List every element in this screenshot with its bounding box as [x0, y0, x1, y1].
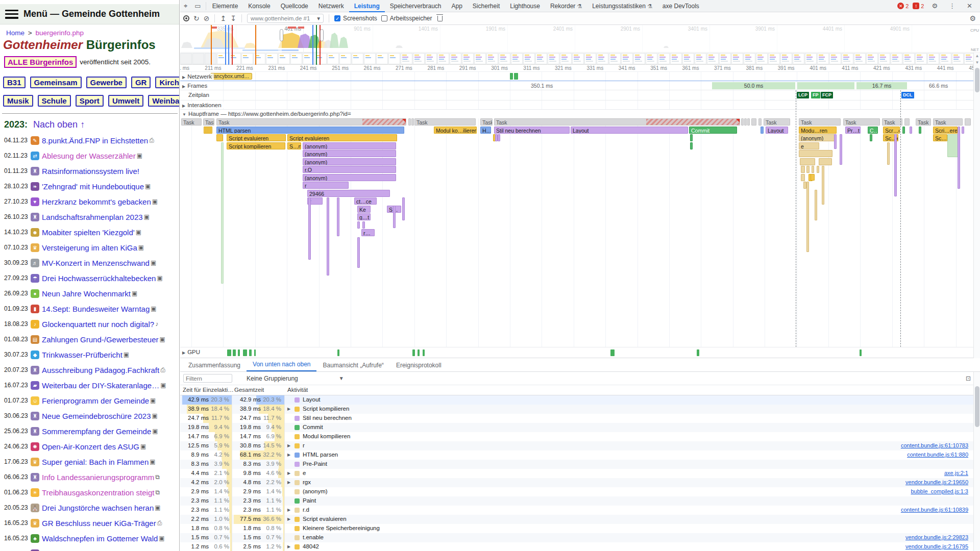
inspect-icon[interactable]: ⌖ — [180, 2, 191, 10]
tab-leistung[interactable]: Leistung — [349, 0, 385, 12]
screenshot-thumbnail[interactable] — [768, 53, 780, 64]
tab-elemente[interactable]: Elemente — [207, 0, 243, 12]
frame-duration[interactable]: 50.0 ms — [712, 82, 795, 89]
news-link[interactable]: Info Landessanierungsprogramm — [42, 473, 154, 482]
screenshot-thumbnail[interactable] — [744, 53, 755, 64]
flame-bar[interactable]: Script evaluieren — [287, 134, 397, 141]
flame-bar[interactable]: Task — [843, 118, 880, 126]
screenshot-thumbnail[interactable] — [952, 53, 964, 64]
screenshot-thumbnail[interactable] — [903, 53, 915, 64]
table-row[interactable]: 38.9 ms18.4 %38.9 ms18.4 %▶Script kompil… — [180, 405, 973, 414]
screenshot-thumbnail[interactable] — [621, 53, 633, 64]
tag-button-gr[interactable]: GR — [131, 77, 151, 88]
flame-bar[interactable]: r… — [361, 229, 375, 236]
tag-button-sport[interactable]: Sport — [76, 95, 104, 107]
flame-bar[interactable]: 29466 — [307, 190, 390, 197]
breadcrumb-home-link[interactable]: Home — [6, 29, 24, 37]
tab-leistungsstatistiken[interactable]: Leistungsstatistiken⚗ — [587, 0, 657, 12]
gpu-track[interactable]: ▶GPU — [180, 347, 980, 358]
screenshot-thumbnail[interactable] — [584, 53, 596, 64]
flame-bar[interactable]: Task — [916, 118, 931, 126]
tab-sicherheit[interactable]: Sicherheit — [468, 0, 505, 12]
tab-rekorder[interactable]: Rekorder⚗ — [545, 0, 587, 12]
screenshot-thumbnail[interactable] — [878, 53, 890, 64]
network-track[interactable]: ▶Netzwerk fancybox.umd… — [180, 72, 973, 81]
flame-bar[interactable]: (anonym) — [303, 150, 396, 157]
news-link[interactable]: Treibhausgaskonzentration steigt — [42, 488, 154, 497]
news-link[interactable]: Ratsinformationssystem live! — [42, 167, 139, 176]
flame-bar[interactable]: ct…ce — [354, 197, 377, 205]
news-link[interactable]: Glockenquartett nur noch digital? — [42, 320, 154, 329]
screenshot-thumbnail[interactable] — [474, 53, 486, 64]
screenshot-thumbnail[interactable] — [290, 53, 302, 64]
news-link[interactable]: Drei Jungstörche wachsen heran — [42, 504, 154, 512]
news-link[interactable]: Super genial: Bach in Flammen — [42, 458, 149, 466]
flame-bar-small[interactable] — [357, 221, 360, 229]
tab-speicherverbrauch[interactable]: Speicherverbrauch — [385, 0, 447, 12]
flame-bar[interactable]: g…t — [357, 213, 371, 220]
main-frame-header[interactable]: ▼Hauptframe — https://www.gottenheim.de/… — [180, 110, 973, 118]
table-row[interactable]: 8.9 ms4.2 %68.1 ms32.2 %▶HTML parsencont… — [180, 450, 973, 460]
flame-bar[interactable]: (anonym) — [303, 158, 396, 165]
expander-icon[interactable]: ▶ — [287, 544, 290, 549]
tab-axe-devtools[interactable]: axe DevTools — [657, 0, 704, 12]
news-link[interactable]: MV-Konzert in Menzenschwand — [42, 259, 150, 267]
memory-checkbox[interactable]: Arbeitsspeicher — [381, 15, 432, 22]
screenshot-thumbnail[interactable] — [180, 53, 192, 64]
flame-bar-small[interactable] — [902, 127, 905, 134]
flame-bar[interactable]: Ke — [357, 206, 371, 213]
news-link[interactable]: Landschaftsrahmenplan 2023 — [42, 213, 143, 221]
clear-icon[interactable]: ⊘ — [204, 14, 210, 22]
news-link[interactable]: GR Beschluss neuer KiGa-Träger — [42, 519, 156, 528]
flame-bar[interactable]: r.O — [303, 166, 396, 173]
flame-bar[interactable]: Task — [799, 118, 841, 126]
screenshot-thumbnail[interactable] — [523, 53, 535, 64]
news-link[interactable]: Versteigerung im alten KiGa — [42, 243, 137, 252]
screenshot-thumbnail[interactable] — [940, 53, 951, 64]
screenshot-thumbnail[interactable] — [670, 53, 682, 64]
screenshot-thumbnail[interactable] — [192, 53, 204, 64]
table-row[interactable]: 19.8 ms9.4 %19.8 ms9.4 %Commit — [180, 423, 973, 432]
flame-bar-small[interactable] — [758, 118, 762, 126]
tag-button-musik[interactable]: Musik — [3, 95, 33, 107]
save-profile-icon[interactable]: ↧ — [230, 14, 236, 22]
flame-bar-small[interactable] — [741, 118, 744, 126]
screenshot-thumbnail[interactable] — [486, 53, 498, 64]
filmstrip[interactable] — [180, 53, 980, 65]
screenshot-thumbnail[interactable] — [437, 53, 449, 64]
table-row[interactable]: 2.3 ms1.1 %2.3 ms1.1 %▶r.dcontent.bundle… — [180, 506, 973, 515]
news-link[interactable]: Ablesung der Wasserzähler — [42, 152, 136, 160]
flame-scrollbar[interactable]: ▲ ▼ — [973, 53, 980, 358]
network-request[interactable]: fancybox.umd… — [210, 73, 252, 80]
issues-badge[interactable]: !2 — [913, 3, 924, 9]
screenshot-thumbnail[interactable] — [401, 53, 412, 64]
source-link[interactable]: vendor.bundle.js:2:19650 — [905, 479, 968, 485]
flame-bar[interactable]: Task — [882, 118, 902, 126]
flame-bar-small[interactable] — [799, 150, 832, 157]
flame-bar[interactable]: Layout — [766, 127, 788, 134]
screenshot-thumbnail[interactable] — [756, 53, 768, 64]
tag-button-schule[interactable]: Schule — [38, 95, 71, 107]
news-link[interactable]: Ferienprogramm der Gemeinde — [42, 396, 149, 405]
tag-button-gewerbe[interactable]: Gewerbe — [86, 77, 127, 88]
screenshot-thumbnail[interactable] — [927, 53, 939, 64]
flame-bar[interactable]: (anonym) — [799, 134, 836, 141]
news-link[interactable]: Weiterbau der DIY-Skateranlage… — [42, 381, 159, 390]
record-button[interactable] — [183, 15, 189, 21]
flame-bar[interactable]: H… — [480, 127, 491, 134]
tab-netzwerk[interactable]: Netzwerk — [313, 0, 349, 12]
flame-bar-small[interactable] — [411, 118, 414, 126]
screenshot-thumbnail[interactable] — [891, 53, 902, 64]
table-row[interactable]: 8.3 ms3.9 %8.3 ms3.9 %Pre-Paint — [180, 460, 973, 469]
bottom-tab-zusammenfassung[interactable]: Zusammenfassung — [182, 359, 247, 371]
flame-bar[interactable]: Task — [216, 118, 406, 126]
flame-bar-small[interactable] — [919, 127, 921, 134]
scroll-up-icon[interactable]: ▲ — [974, 53, 980, 59]
reload-record-icon[interactable]: ↻ — [193, 14, 200, 22]
flame-bar[interactable]: C… — [868, 127, 878, 134]
expander-icon[interactable]: ▶ — [287, 517, 290, 521]
news-link[interactable]: Ausschreibung Pädagog.Fachkraft — [42, 366, 159, 374]
screenshot-thumbnail[interactable] — [364, 53, 376, 64]
screenshot-thumbnail[interactable] — [805, 53, 817, 64]
table-row[interactable]: 12.5 ms5.9 %30.8 ms14.5 %▶rcontent.bundl… — [180, 441, 973, 450]
